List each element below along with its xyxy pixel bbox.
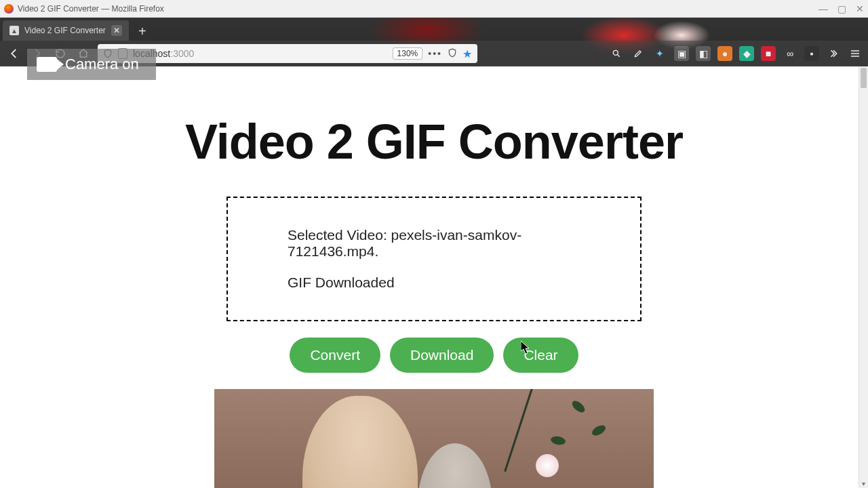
extension-icon-7[interactable]: ∞: [783, 46, 797, 61]
extension-icon-4[interactable]: ●: [717, 46, 732, 61]
camera-overlay-label: Camera on: [65, 56, 139, 73]
page-viewport: Video 2 GIF Converter Selected Video: pe…: [0, 66, 868, 488]
reader-shield-icon[interactable]: [448, 47, 457, 60]
vertical-scrollbar[interactable]: ▾: [859, 66, 868, 488]
close-window-button[interactable]: ✕: [856, 3, 864, 14]
preview-vase-2: [418, 443, 492, 488]
dropzone[interactable]: Selected Video: pexels-ivan-samkov-71214…: [226, 197, 642, 321]
camera-icon: [37, 57, 57, 72]
extension-icon-5[interactable]: ◆: [739, 46, 754, 61]
window-title: Video 2 GIF Converter — Mozilla Firefox: [18, 4, 164, 14]
url-port: :3000: [170, 48, 194, 59]
window-controls: ― ▢ ✕: [818, 3, 864, 14]
new-tab-button[interactable]: +: [133, 22, 152, 41]
svg-point-0: [613, 50, 618, 55]
download-button[interactable]: Download: [390, 338, 494, 373]
page-actions-icon[interactable]: •••: [428, 48, 442, 59]
preview-vase-1: [302, 396, 418, 488]
menu-button[interactable]: [848, 46, 863, 61]
selected-video-line: Selected Video: pexels-ivan-samkov-71214…: [288, 227, 580, 260]
bookmark-star-icon[interactable]: ★: [462, 47, 472, 60]
toolbar-extensions: ✦ ▣ ◧ ● ◆ ■ ∞ ▪: [609, 46, 863, 61]
extension-icon-2[interactable]: ▣: [674, 46, 689, 61]
tab-strip: ▲ Video 2 GIF Converter ✕ +: [0, 18, 868, 41]
app-root: Video 2 GIF Converter Selected Video: pe…: [0, 66, 868, 488]
zoom-level-badge[interactable]: 130%: [393, 47, 423, 60]
status-line: GIF Downloaded: [288, 274, 580, 291]
firefox-icon: [4, 4, 14, 14]
scrollbar-down-arrow-icon[interactable]: ▾: [859, 479, 868, 488]
camera-on-overlay: Camera on: [27, 49, 156, 80]
search-icon[interactable]: [609, 46, 624, 61]
maximize-button[interactable]: ▢: [837, 3, 846, 14]
extension-icon-6[interactable]: ■: [761, 46, 776, 61]
gif-preview: [214, 389, 654, 488]
scrollbar-thumb[interactable]: [861, 68, 867, 88]
tab-active[interactable]: ▲ Video 2 GIF Converter ✕: [3, 20, 129, 41]
mouse-cursor-icon: [521, 341, 529, 353]
page-title: Video 2 GIF Converter: [185, 114, 683, 169]
preview-flower: [536, 454, 559, 477]
extension-icon-3[interactable]: ◧: [696, 46, 711, 61]
button-row: Convert Download Clear: [290, 338, 578, 373]
back-button[interactable]: [5, 45, 23, 62]
minimize-button[interactable]: ―: [818, 3, 828, 14]
extension-icon-8[interactable]: ▪: [804, 46, 819, 61]
window-titlebar: Video 2 GIF Converter — Mozilla Firefox …: [0, 0, 868, 18]
tab-favicon-icon: ▲: [9, 26, 19, 35]
convert-button[interactable]: Convert: [290, 338, 380, 373]
edit-icon[interactable]: [631, 46, 646, 61]
tab-close-button[interactable]: ✕: [111, 25, 122, 36]
url-text: localhost:3000: [133, 48, 387, 59]
overflow-chevron-icon[interactable]: [826, 46, 841, 61]
tab-title: Video 2 GIF Converter: [24, 26, 106, 35]
clear-button[interactable]: Clear: [503, 338, 578, 373]
selected-video-prefix: Selected Video:: [288, 227, 391, 243]
extension-icon-1[interactable]: ✦: [652, 46, 667, 61]
